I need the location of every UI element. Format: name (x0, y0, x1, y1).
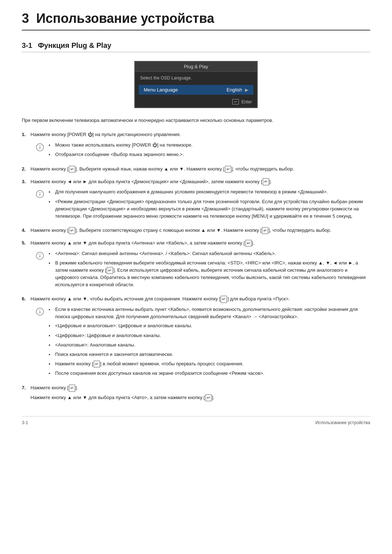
note-icon-6 (35, 307, 45, 317)
step-6-note-2-text: <Цифровые и аналоговые>: Цифровые и анал… (55, 322, 370, 329)
step-1-text: Нажмите кнопку [POWER ⏻] на пульте диста… (30, 131, 370, 139)
step-5-note-1-text: <Антенна>: Сигнал внешней антенны <Антен… (55, 250, 370, 257)
step-5: 5. Нажмите кнопку ▲ или ▼ для выбора пун… (22, 239, 370, 291)
step-1-note-2-text: Отобразится сообщение <Выбор языка экран… (55, 151, 370, 158)
steps-container: 1. Нажмите кнопку [POWER ⏻] на пульте ди… (22, 131, 370, 402)
step-6-note-5-text: Поиск каналов начнется и закончится авто… (55, 351, 370, 358)
bullet-icon: • (49, 306, 54, 313)
bullet-icon: • (49, 361, 54, 368)
footer-section: Использование устройства (315, 420, 370, 425)
bullet-icon: • (49, 151, 54, 159)
step-4-text: Нажмите кнопку [↵]. Выберите соответству… (30, 227, 370, 234)
step-6-note-1-text: Если в качестве источника антенны выбрат… (55, 306, 370, 320)
step-3-note-1: • Для получения наилучшего изображения в… (49, 188, 370, 196)
step-2-text: Нажмите кнопку [↵]. Выберите нужный язык… (30, 165, 370, 173)
note-icon-1 (35, 142, 45, 152)
step-3-note-1-text: Для получения наилучшего изображения в д… (55, 188, 370, 196)
note-icon-3 (35, 189, 45, 199)
step-7-line: 7. Нажмите кнопку [↵]. (22, 384, 370, 392)
bullet-icon: • (49, 323, 54, 330)
step-6-note-3: • <Цифровые>: Цифровые и аналоговые кана… (49, 332, 370, 340)
osd-menu-language-row: Menu Language English ▶ (139, 85, 253, 95)
osd-box: Plug & Play Select the OSD Language. Men… (134, 61, 258, 108)
bullet-icon: • (49, 332, 54, 340)
section-number: 3-1 (22, 41, 32, 49)
footer-page: 3-1 (22, 420, 28, 425)
step-6-note-5: • Поиск каналов начнется и закончится ав… (49, 351, 370, 358)
osd-menu-language-label: Menu Language (144, 87, 226, 93)
osd-title: Plug & Play (135, 62, 257, 72)
osd-menu-language-value: English (226, 87, 242, 93)
step-1-note-1-text: Можно также использовать кнопку [POWER ⏻… (55, 141, 370, 149)
step-2: 2. Нажмите кнопку [↵]. Выберите нужный я… (22, 165, 370, 173)
step-3-note-2: • <Режим демонстрации <Демонстрация> пре… (49, 198, 370, 220)
step-2-line: 2. Нажмите кнопку [↵]. Выберите нужный я… (22, 165, 370, 173)
step-5-notes: • <Антенна>: Сигнал внешней антенны <Ант… (35, 250, 370, 291)
bullet-icon: • (49, 189, 54, 196)
osd-footer: ↵ Enter (135, 97, 257, 107)
step-2-num: 2. (22, 165, 29, 173)
step-6-line: 6. Нажмите кнопку ▲ или ▼, чтобы выбрать… (22, 295, 370, 303)
step-6-note-6-text: Нажмите кнопку [↵] в любой момент времен… (55, 360, 370, 368)
step-5-line: 5. Нажмите кнопку ▲ или ▼ для выбора пун… (22, 239, 370, 247)
bullet-icon: • (49, 142, 54, 149)
chapter-title: Использование устройства (36, 11, 215, 26)
section-header: 3-1 Функция Plug & Play (22, 41, 370, 52)
step-5-text: Нажмите кнопку ▲ или ▼ для выбора пункта… (30, 239, 370, 247)
note-icon-5 (35, 251, 45, 261)
step-3-note-2-text: <Режим демонстрации <Демонстрация> предн… (55, 198, 370, 220)
step-1-notes: • Можно также использовать кнопку [POWER… (35, 141, 370, 160)
step-6-notes: • Если в качестве источника антенны выбр… (35, 306, 370, 379)
bullet-icon: • (49, 260, 54, 267)
step-3: 3. Нажмите кнопку ◄ или ► для выбора пун… (22, 178, 370, 222)
step-6-note-7: • После сохранения всех доступных канало… (49, 370, 370, 377)
step-6-note-list: • Если в качестве источника антенны выбр… (49, 306, 370, 379)
section-title: Функция Plug & Play (38, 41, 111, 49)
step-6-note-4: • <Аналоговые>: Аналоговые каналы. (49, 341, 370, 349)
step-6-note-2: • <Цифровые и аналоговые>: Цифровые и ан… (49, 322, 370, 330)
osd-footer-label: Enter (241, 99, 252, 104)
step-5-num: 5. (22, 239, 29, 247)
step-6-note-7-text: После сохранения всех доступных каналов … (55, 370, 370, 377)
bullet-icon: • (49, 250, 54, 258)
step-3-note-list: • Для получения наилучшего изображения в… (49, 188, 370, 222)
chapter-header: 3 Использование устройства (22, 11, 370, 30)
step-6: 6. Нажмите кнопку ▲ или ▼, чтобы выбрать… (22, 295, 370, 379)
step-4-line: 4. Нажмите кнопку [↵]. Выберите соответс… (22, 227, 370, 234)
step-3-notes: • Для получения наилучшего изображения в… (35, 188, 370, 222)
step-5-note-2-text: В режиме кабельного телевидения выберите… (55, 259, 370, 289)
step-6-num: 6. (22, 295, 29, 303)
step-6-note-3-text: <Цифровые>: Цифровые и аналоговые каналы… (55, 332, 370, 339)
step-4-num: 4. (22, 227, 29, 234)
step-7-num: 7. (22, 384, 29, 392)
step-5-note-1: • <Антенна>: Сигнал внешней антенны <Ант… (49, 250, 370, 258)
step-4: 4. Нажмите кнопку [↵]. Выберите соответс… (22, 227, 370, 234)
step-6-note-6: • Нажмите кнопку [↵] в любой момент врем… (49, 360, 370, 368)
step-1-note-1: • Можно также использовать кнопку [POWER… (49, 141, 370, 149)
step-1-num: 1. (22, 131, 29, 139)
step-1-note-list: • Можно также использовать кнопку [POWER… (49, 141, 370, 160)
osd-subtitle: Select the OSD Language. (135, 72, 257, 83)
step-5-note-2: • В режиме кабельного телевидения выбери… (49, 259, 370, 289)
step-1-line: 1. Нажмите кнопку [POWER ⏻] на пульте ди… (22, 131, 370, 139)
step-3-line: 3. Нажмите кнопку ◄ или ► для выбора пун… (22, 178, 370, 186)
bullet-icon: • (49, 351, 54, 358)
step-3-num: 3. (22, 178, 29, 186)
step-5-note-list: • <Антенна>: Сигнал внешней антенны <Ант… (49, 250, 370, 291)
osd-screenshot: Plug & Play Select the OSD Language. Men… (22, 61, 370, 108)
bullet-icon: • (49, 370, 54, 377)
step-7-text: Нажмите кнопку [↵]. (30, 384, 370, 392)
bullet-icon: • (49, 198, 54, 206)
osd-row-arrow-icon: ▶ (245, 87, 248, 93)
step-7: 7. Нажмите кнопку [↵]. Нажмите кнопку ▲ … (22, 384, 370, 402)
bullet-icon: • (49, 342, 54, 349)
chapter-number: 3 (22, 11, 29, 26)
step-3-text: Нажмите кнопку ◄ или ► для выбора пункта… (30, 178, 370, 186)
step-6-note-1: • Если в качестве источника антенны выбр… (49, 306, 370, 320)
step-6-note-4-text: <Аналоговые>: Аналоговые каналы. (55, 341, 370, 349)
step-6-text: Нажмите кнопку ▲ или ▼, чтобы выбрать ис… (30, 295, 370, 303)
enter-icon: ↵ (232, 99, 239, 104)
step-7-subtext: Нажмите кнопку ▲ или ▼ для выбора пункта… (30, 394, 370, 402)
step-1: 1. Нажмите кнопку [POWER ⏻] на пульте ди… (22, 131, 370, 160)
footer: 3-1 Использование устройства (22, 416, 370, 425)
